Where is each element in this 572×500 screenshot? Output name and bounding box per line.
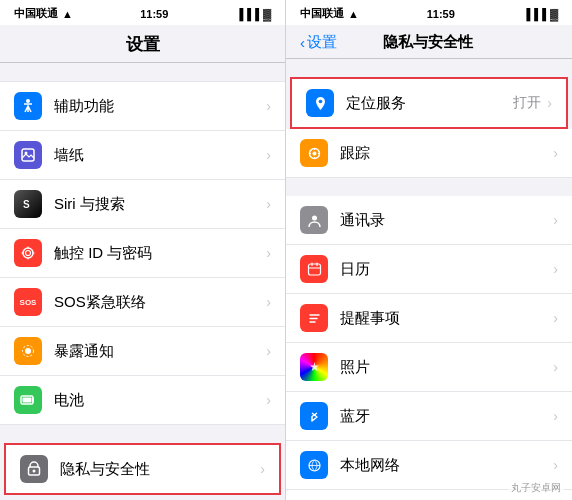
right-item-location[interactable]: 定位服务 打开 › <box>290 77 568 129</box>
watermark: 丸子安卓网 <box>508 480 564 496</box>
svg-rect-9 <box>23 398 32 403</box>
svg-point-19 <box>312 151 316 155</box>
svg-point-20 <box>312 215 317 220</box>
svg-point-0 <box>26 99 30 103</box>
touchid-icon <box>14 239 42 267</box>
tracking-chevron: › <box>553 145 558 161</box>
settings-item-privacy[interactable]: 隐私与安全性 › <box>4 443 281 495</box>
svg-point-4 <box>23 248 33 258</box>
calendar-icon <box>300 255 328 283</box>
back-chevron-icon: ‹ <box>300 34 305 51</box>
bluetooth-label: 蓝牙 <box>340 407 553 426</box>
right-status-right: ▐▐▐ ▓ <box>523 8 558 20</box>
right-time: 11:59 <box>427 8 455 20</box>
contacts-icon <box>300 206 328 234</box>
settings-item-siri[interactable]: S Siri 与搜索 › <box>0 180 285 229</box>
wallpaper-icon <box>14 141 42 169</box>
settings-item-sos[interactable]: SOS SOS紧急联络 › <box>0 278 285 327</box>
battery-label: 电池 <box>54 391 266 410</box>
left-nav-bar: 设置 <box>0 25 285 63</box>
settings-group-1: 辅助功能 › 墙纸 › S Siri 与搜索 › <box>0 81 285 425</box>
svg-point-6 <box>25 348 31 354</box>
settings-item-exposure[interactable]: 暴露通知 › <box>0 327 285 376</box>
right-wifi-icon: ▲ <box>348 8 359 20</box>
tracking-label: 跟踪 <box>340 144 553 163</box>
reminders-label: 提醒事项 <box>340 309 553 328</box>
back-button[interactable]: ‹ 设置 <box>300 33 337 52</box>
right-item-calendar[interactable]: 日历 › <box>286 245 572 294</box>
bluetooth-chevron: › <box>553 408 558 424</box>
battery-chevron: › <box>266 392 271 408</box>
reminders-chevron: › <box>553 310 558 326</box>
right-gap-2 <box>286 178 572 196</box>
accessibility-chevron: › <box>266 98 271 114</box>
location-value: 打开 <box>513 94 541 112</box>
calendar-label: 日历 <box>340 260 553 279</box>
localnet-label: 本地网络 <box>340 456 553 475</box>
section-gap-after-privacy <box>0 495 285 500</box>
location-icon <box>306 89 334 117</box>
left-time: 11:59 <box>140 8 168 20</box>
right-nav-bar: ‹ 设置 隐私与安全性 <box>286 25 572 59</box>
settings-item-wallpaper[interactable]: 墙纸 › <box>0 131 285 180</box>
accessibility-label: 辅助功能 <box>54 97 266 116</box>
left-signal-icon: ▐▐▐ <box>236 8 259 20</box>
svg-text:S: S <box>23 199 30 210</box>
left-status-left: 中国联通 ▲ <box>14 6 73 21</box>
sos-icon: SOS <box>14 288 42 316</box>
touchid-chevron: › <box>266 245 271 261</box>
right-phone-panel: 中国联通 ▲ 11:59 ▐▐▐ ▓ ‹ 设置 隐私与安全性 定位服务 打开 › <box>286 0 572 500</box>
right-signal-icon: ▐▐▐ <box>523 8 546 20</box>
left-status-right: ▐▐▐ ▓ <box>236 8 271 20</box>
right-item-contacts[interactable]: 通讯录 › <box>286 196 572 245</box>
photos-chevron: › <box>553 359 558 375</box>
section-gap-top <box>0 63 285 81</box>
svg-point-11 <box>33 470 36 473</box>
exposure-label: 暴露通知 <box>54 342 266 361</box>
siri-icon: S <box>14 190 42 218</box>
left-status-bar: 中国联通 ▲ 11:59 ▐▐▐ ▓ <box>0 0 285 25</box>
siri-chevron: › <box>266 196 271 212</box>
right-settings-list[interactable]: 定位服务 打开 › 跟踪 › 通讯录 › 日历 › <box>286 59 572 500</box>
right-status-bar: 中国联通 ▲ 11:59 ▐▐▐ ▓ <box>286 0 572 25</box>
svg-rect-1 <box>22 149 34 161</box>
right-carrier: 中国联通 <box>300 6 344 21</box>
section-gap-privacy <box>0 425 285 443</box>
settings-item-battery[interactable]: 电池 › <box>0 376 285 425</box>
sos-chevron: › <box>266 294 271 310</box>
left-phone-panel: 中国联通 ▲ 11:59 ▐▐▐ ▓ 设置 辅助功能 › <box>0 0 286 500</box>
right-battery-icon: ▓ <box>550 8 558 20</box>
right-item-bluetooth[interactable]: 蓝牙 › <box>286 392 572 441</box>
right-status-left: 中国联通 ▲ <box>300 6 359 21</box>
svg-rect-21 <box>308 264 320 275</box>
svg-point-5 <box>26 251 31 256</box>
right-item-tracking[interactable]: 跟踪 › <box>286 129 572 178</box>
right-gap-top <box>286 59 572 77</box>
settings-item-touchid[interactable]: 触控 ID 与密码 › <box>0 229 285 278</box>
location-label: 定位服务 <box>346 94 513 113</box>
left-battery-icon: ▓ <box>263 8 271 20</box>
left-wifi-icon: ▲ <box>62 8 73 20</box>
back-label: 设置 <box>307 33 337 52</box>
left-settings-list[interactable]: 辅助功能 › 墙纸 › S Siri 与搜索 › <box>0 63 285 500</box>
battery-icon <box>14 386 42 414</box>
photos-icon <box>300 353 328 381</box>
accessibility-icon <box>14 92 42 120</box>
left-page-title: 设置 <box>126 35 160 54</box>
bluetooth-icon <box>300 402 328 430</box>
right-item-reminders[interactable]: 提醒事项 › <box>286 294 572 343</box>
privacy-label: 隐私与安全性 <box>60 460 260 479</box>
siri-label: Siri 与搜索 <box>54 195 266 214</box>
tracking-icon <box>300 139 328 167</box>
right-item-photos[interactable]: 照片 › <box>286 343 572 392</box>
sos-label: SOS紧急联络 <box>54 293 266 312</box>
settings-item-accessibility[interactable]: 辅助功能 › <box>0 81 285 131</box>
wallpaper-chevron: › <box>266 147 271 163</box>
exposure-icon <box>14 337 42 365</box>
contacts-chevron: › <box>553 212 558 228</box>
wallpaper-label: 墙纸 <box>54 146 266 165</box>
privacy-chevron: › <box>260 461 265 477</box>
touchid-label: 触控 ID 与密码 <box>54 244 266 263</box>
privacy-icon <box>20 455 48 483</box>
exposure-chevron: › <box>266 343 271 359</box>
